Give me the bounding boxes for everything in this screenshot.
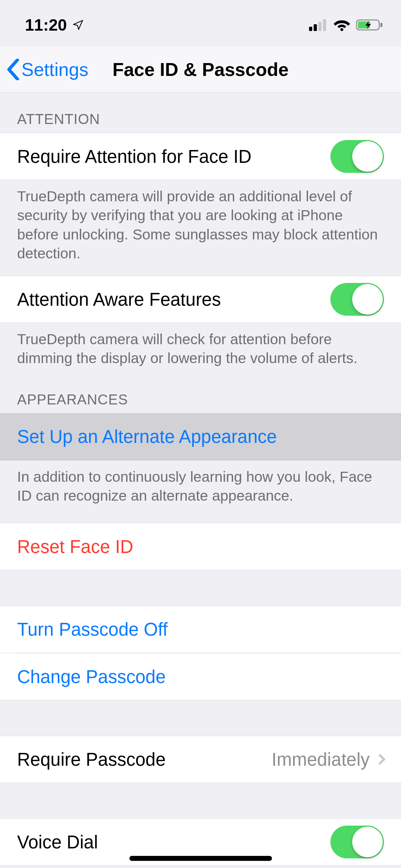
voice-dial-footer: Music Voice Control is always enabled. <box>0 866 401 868</box>
change-passcode-label: Change Passcode <box>17 666 384 687</box>
back-button[interactable]: Settings <box>6 59 88 80</box>
reset-face-id-button[interactable]: Reset Face ID <box>0 523 401 570</box>
svg-point-4 <box>340 28 343 31</box>
attention-aware-row[interactable]: Attention Aware Features <box>0 276 401 323</box>
back-label: Settings <box>21 59 88 80</box>
svg-rect-3 <box>323 19 326 31</box>
page-title: Face ID & Passcode <box>112 59 288 80</box>
chevron-left-icon <box>6 59 20 80</box>
nav-bar: Settings Face ID & Passcode <box>0 46 401 93</box>
svg-rect-0 <box>309 27 312 31</box>
reset-face-id-label: Reset Face ID <box>17 536 384 557</box>
require-passcode-label: Require Passcode <box>17 749 272 770</box>
location-arrow-icon <box>72 19 84 31</box>
spacer <box>0 700 401 736</box>
alternate-appearance-button[interactable]: Set Up an Alternate Appearance <box>0 413 401 460</box>
svg-rect-7 <box>380 23 382 27</box>
wifi-icon <box>333 19 350 31</box>
require-attention-label: Require Attention for Face ID <box>17 146 330 167</box>
status-time: 11:20 <box>25 15 67 35</box>
svg-rect-2 <box>318 22 322 31</box>
attention-aware-footer: TrueDepth camera will check for attentio… <box>0 323 401 381</box>
turn-passcode-off-button[interactable]: Turn Passcode Off <box>0 606 401 653</box>
svg-rect-1 <box>314 24 317 31</box>
attention-aware-label: Attention Aware Features <box>17 289 330 310</box>
passcode-group: Turn Passcode Off Change Passcode <box>0 606 401 700</box>
status-bar: 11:20 <box>0 0 401 46</box>
battery-charging-icon <box>356 19 383 31</box>
section-header-attention: ATTENTION <box>0 93 401 133</box>
require-passcode-value: Immediately <box>272 749 370 770</box>
turn-passcode-off-label: Turn Passcode Off <box>17 619 384 640</box>
status-right <box>309 19 383 31</box>
require-attention-footer: TrueDepth camera will provide an additio… <box>0 180 401 276</box>
require-attention-toggle[interactable] <box>330 140 384 173</box>
alternate-appearance-label: Set Up an Alternate Appearance <box>17 426 384 447</box>
section-header-appearances: APPEARANCES <box>0 381 401 413</box>
home-indicator[interactable] <box>129 856 272 861</box>
voice-dial-toggle[interactable] <box>330 826 384 858</box>
require-attention-row[interactable]: Require Attention for Face ID <box>0 133 401 180</box>
alternate-appearance-footer: In addition to continuously learning how… <box>0 460 401 518</box>
status-left: 11:20 <box>25 15 84 35</box>
voice-dial-label: Voice Dial <box>17 832 330 853</box>
chevron-right-icon <box>374 754 385 765</box>
spacer <box>0 783 401 818</box>
require-passcode-row[interactable]: Require Passcode Immediately <box>0 736 401 783</box>
cellular-signal-icon <box>309 19 328 31</box>
attention-aware-toggle[interactable] <box>330 283 384 316</box>
spacer <box>0 570 401 606</box>
change-passcode-button[interactable]: Change Passcode <box>0 653 401 700</box>
